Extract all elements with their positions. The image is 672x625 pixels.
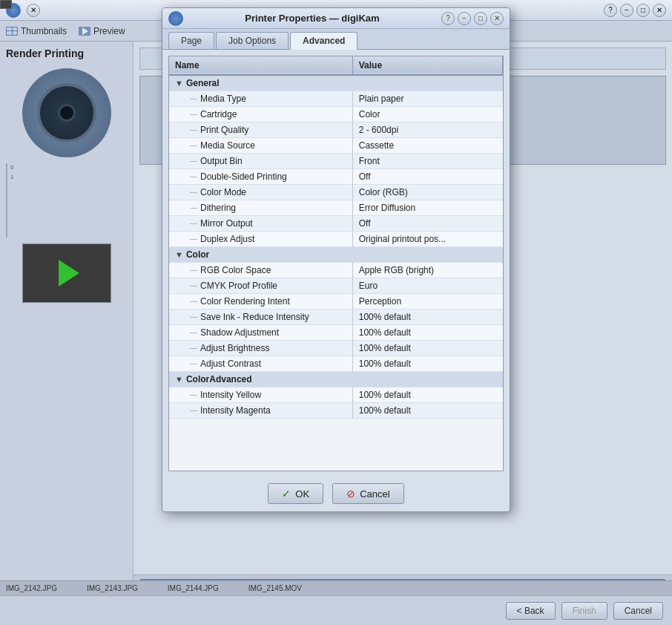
modal-titlebar: Printer Properties — digiKam ? − □ ✕ bbox=[162, 8, 510, 29]
prop-name: Color Mode bbox=[169, 185, 352, 200]
prop-value: Original printout pos... bbox=[352, 232, 502, 247]
prop-name: Print Quality bbox=[169, 122, 352, 138]
table-row[interactable]: CMYK Proof Profile Euro bbox=[169, 278, 503, 294]
ok-button[interactable]: ✓ OK bbox=[268, 483, 323, 504]
table-row[interactable]: Dithering Error Diffusion bbox=[169, 200, 503, 216]
ok-icon: ✓ bbox=[282, 488, 291, 500]
table-row[interactable]: Color Rendering Intent Perception bbox=[169, 294, 503, 310]
table-row[interactable]: Save Ink - Reduce Intensity 100% default bbox=[169, 310, 503, 325]
prop-name: Adjust Brightness bbox=[169, 341, 352, 356]
group-row: ▼ General bbox=[169, 75, 503, 91]
prop-value: Error Diffusion bbox=[352, 200, 502, 216]
table-row[interactable]: Color Mode Color (RGB) bbox=[169, 185, 503, 200]
properties-table: Name Value ▼ General Media Type Plain pa… bbox=[169, 56, 503, 419]
modal-title: Printer Properties — digiKam bbox=[183, 13, 441, 24]
cancel-label: Cancel bbox=[360, 488, 389, 500]
prop-name: Output Bin bbox=[169, 154, 352, 169]
prop-value: 100% default bbox=[352, 325, 502, 341]
prop-name: Adjust Contrast bbox=[169, 356, 352, 372]
group-row: ▼ Color bbox=[169, 247, 503, 263]
prop-name: Color Rendering Intent bbox=[169, 294, 352, 310]
table-row[interactable]: Intensity Yellow 100% default bbox=[169, 387, 503, 403]
modal-window-controls: ? − □ ✕ bbox=[441, 12, 504, 25]
col-header-name: Name bbox=[169, 56, 352, 75]
table-row[interactable]: Media Source Cassette bbox=[169, 138, 503, 154]
prop-value: 100% default bbox=[352, 387, 502, 403]
table-row[interactable]: Print Quality 2 - 600dpi bbox=[169, 122, 503, 138]
prop-value: Color bbox=[352, 107, 502, 122]
prop-value: 100% default bbox=[352, 403, 502, 419]
tab-page[interactable]: Page bbox=[168, 32, 214, 49]
table-row[interactable]: Adjust Brightness 100% default bbox=[169, 341, 503, 356]
prop-value: 100% default bbox=[352, 341, 502, 356]
prop-name: Intensity Yellow bbox=[169, 387, 352, 403]
modal-minimize-btn[interactable]: − bbox=[458, 12, 471, 25]
properties-table-scroll[interactable]: Name Value ▼ General Media Type Plain pa… bbox=[169, 56, 503, 471]
table-row[interactable]: Adjust Contrast 100% default bbox=[169, 356, 503, 372]
printer-properties-dialog: Printer Properties — digiKam ? − □ ✕ Pag… bbox=[162, 7, 510, 512]
table-row[interactable]: Cartridge Color bbox=[169, 107, 503, 122]
col-header-value: Value bbox=[352, 56, 502, 75]
group-label: ColorAdvanced bbox=[186, 374, 252, 385]
prop-name: Cartridge bbox=[169, 107, 352, 122]
prop-value: Front bbox=[352, 154, 502, 169]
table-row[interactable]: Duplex Adjust Original printout pos... bbox=[169, 232, 503, 247]
prop-value: Plain paper bbox=[352, 91, 502, 107]
table-row[interactable]: Intensity Magenta 100% default bbox=[169, 403, 503, 419]
prop-name: Save Ink - Reduce Intensity bbox=[169, 310, 352, 325]
prop-value: Euro bbox=[352, 278, 502, 294]
prop-name: Double-Sided Printing bbox=[169, 169, 352, 185]
group-label: General bbox=[186, 78, 220, 88]
prop-value: 2 - 600dpi bbox=[352, 122, 502, 138]
prop-name: Duplex Adjust bbox=[169, 232, 352, 247]
prop-name: Mirror Output bbox=[169, 216, 352, 232]
modal-buttons: ✓ OK ⊘ Cancel bbox=[162, 477, 510, 511]
ok-label: OK bbox=[295, 488, 309, 500]
prop-value: Cassette bbox=[352, 138, 502, 154]
group-label: Color bbox=[186, 249, 209, 260]
cancel-button[interactable]: ⊘ Cancel bbox=[332, 483, 403, 504]
group-row: ▼ ColorAdvanced bbox=[169, 372, 503, 387]
modal-help-btn[interactable]: ? bbox=[441, 12, 455, 25]
prop-name: Intensity Magenta bbox=[169, 403, 352, 419]
table-row[interactable]: Media Type Plain paper bbox=[169, 91, 503, 107]
tab-job-options[interactable]: Job Options bbox=[216, 32, 289, 49]
prop-value: 100% default bbox=[352, 310, 502, 325]
modal-overlay: Printer Properties — digiKam ? − □ ✕ Pag… bbox=[0, 0, 672, 625]
prop-value: 100% default bbox=[352, 356, 502, 372]
modal-title-icon bbox=[168, 11, 183, 26]
table-row[interactable]: Mirror Output Off bbox=[169, 216, 503, 232]
table-row[interactable]: RGB Color Space Apple RGB (bright) bbox=[169, 263, 503, 278]
prop-value: Off bbox=[352, 169, 502, 185]
prop-value: Color (RGB) bbox=[352, 185, 502, 200]
table-row[interactable]: Shadow Adjustment 100% default bbox=[169, 325, 503, 341]
expand-arrow[interactable]: ▼ bbox=[175, 250, 183, 259]
modal-tabs: Page Job Options Advanced bbox=[162, 29, 510, 50]
expand-arrow[interactable]: ▼ bbox=[175, 375, 183, 384]
prop-name: RGB Color Space bbox=[169, 263, 352, 278]
prop-name: Dithering bbox=[169, 200, 352, 216]
table-row[interactable]: Output Bin Front bbox=[169, 154, 503, 169]
properties-table-wrap: Name Value ▼ General Media Type Plain pa… bbox=[168, 56, 504, 471]
modal-maximize-btn[interactable]: □ bbox=[474, 12, 487, 25]
prop-name: Shadow Adjustment bbox=[169, 325, 352, 341]
prop-value: Perception bbox=[352, 294, 502, 310]
prop-name: Media Type bbox=[169, 91, 352, 107]
modal-close-btn[interactable]: ✕ bbox=[490, 12, 504, 25]
prop-name: CMYK Proof Profile bbox=[169, 278, 352, 294]
prop-name: Media Source bbox=[169, 138, 352, 154]
table-row[interactable]: Double-Sided Printing Off bbox=[169, 169, 503, 185]
prop-value: Apple RGB (bright) bbox=[352, 263, 502, 278]
expand-arrow[interactable]: ▼ bbox=[175, 79, 183, 88]
prop-value: Off bbox=[352, 216, 502, 232]
tab-advanced[interactable]: Advanced bbox=[290, 32, 358, 50]
cancel-icon: ⊘ bbox=[346, 488, 355, 500]
